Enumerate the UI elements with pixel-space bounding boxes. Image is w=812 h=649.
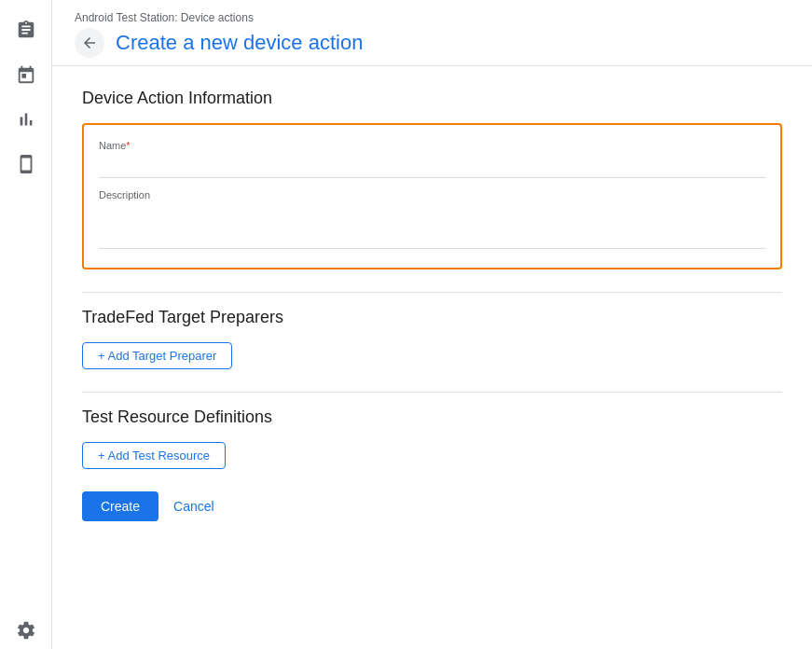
description-label: Description <box>99 189 765 200</box>
test-resource-section-title: Test Resource Definitions <box>82 407 782 427</box>
tradefed-section-title: TradeFed Target Preparers <box>82 308 782 327</box>
name-input[interactable] <box>99 155 765 178</box>
create-button[interactable]: Create <box>82 491 158 521</box>
form-actions: Create Cancel <box>82 491 782 521</box>
divider-2 <box>82 392 782 393</box>
name-field: Name* <box>99 140 765 178</box>
back-button[interactable] <box>75 28 104 58</box>
sidebar-item-calendar[interactable] <box>7 56 45 93</box>
test-resource-section: Test Resource Definitions + Add Test Res… <box>82 407 782 469</box>
device-action-section-title: Device Action Information <box>82 89 782 108</box>
description-field: Description <box>99 189 765 253</box>
add-test-resource-button[interactable]: + Add Test Resource <box>82 442 226 469</box>
sidebar-item-device[interactable] <box>7 145 45 183</box>
breadcrumb: Android Test Station: Device actions <box>75 11 790 24</box>
device-action-section: Device Action Information Name* Descript… <box>82 89 782 269</box>
add-target-preparer-button[interactable]: + Add Target Preparer <box>82 342 232 369</box>
page-title: Create a new device action <box>116 31 363 55</box>
tradefed-section: TradeFed Target Preparers + Add Target P… <box>82 308 782 369</box>
content-area: Device Action Information Name* Descript… <box>52 66 812 649</box>
divider-1 <box>82 292 782 293</box>
main-content: Android Test Station: Device actions Cre… <box>52 0 812 649</box>
sidebar-item-clipboard[interactable] <box>7 11 45 48</box>
form-fields-box: Name* Description <box>82 123 782 269</box>
sidebar <box>0 0 52 649</box>
sidebar-item-analytics[interactable] <box>7 101 45 138</box>
page-header: Android Test Station: Device actions Cre… <box>52 0 812 66</box>
description-input[interactable] <box>99 204 765 249</box>
name-label: Name* <box>99 140 765 151</box>
sidebar-item-settings[interactable] <box>7 612 45 649</box>
cancel-button[interactable]: Cancel <box>162 491 226 521</box>
